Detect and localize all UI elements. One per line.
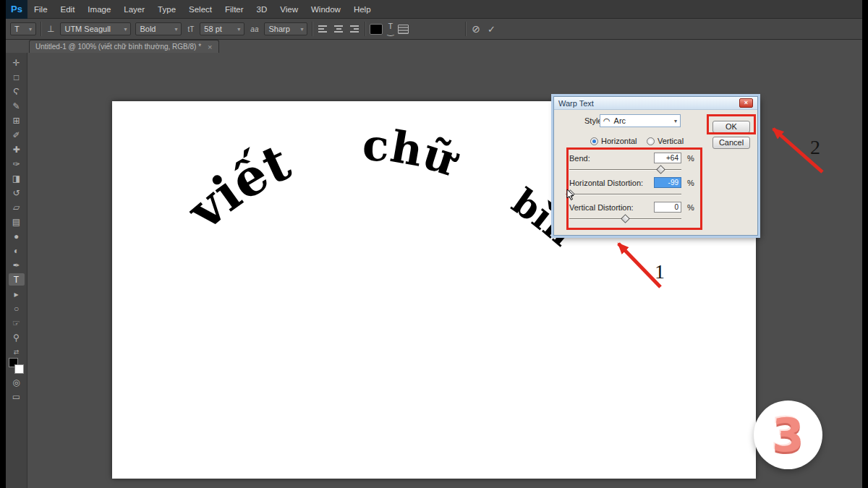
- chevron-down-icon: ▾: [171, 26, 177, 33]
- marquee-tool[interactable]: □: [9, 71, 25, 83]
- tool-preset-picker[interactable]: T ▾: [10, 22, 36, 35]
- align-center-icon[interactable]: [333, 25, 344, 33]
- eraser-tool[interactable]: ▱: [9, 201, 25, 213]
- color-swatches[interactable]: [9, 358, 25, 374]
- history-brush-tool[interactable]: ↺: [9, 187, 25, 199]
- document-tab[interactable]: Untitled-1 @ 100% (viết chữ bình thường,…: [29, 40, 219, 53]
- document-tab-title: Untitled-1 @ 100% (viết chữ bình thường,…: [35, 43, 201, 51]
- path-selection-tool[interactable]: ▸: [9, 288, 25, 300]
- close-icon[interactable]: ×: [739, 98, 753, 108]
- quick-mask-icon[interactable]: ◎: [9, 376, 25, 388]
- blur-tool[interactable]: ●: [9, 230, 25, 242]
- menu-layer[interactable]: Layer: [117, 0, 151, 19]
- tab-bar: Untitled-1 @ 100% (viết chữ bình thường,…: [6, 40, 862, 53]
- antialias-value: Sharp: [268, 25, 289, 33]
- font-size-select[interactable]: 58 pt ▾: [200, 22, 244, 35]
- hand-tool[interactable]: ☞: [9, 317, 25, 329]
- vertical-radio-label[interactable]: Vertical: [658, 137, 684, 145]
- font-size-value: 58 pt: [204, 25, 221, 33]
- horizontal-radio[interactable]: [590, 137, 598, 145]
- close-icon[interactable]: ×: [208, 43, 212, 51]
- horizontal-radio-label[interactable]: Horizontal: [601, 137, 637, 145]
- menu-select[interactable]: Select: [182, 0, 218, 19]
- text-color-swatch[interactable]: [370, 24, 383, 35]
- arc-style-icon: ◠: [603, 116, 610, 126]
- options-bar: T ▾ ⊥ UTM Seagull ▾ Bold ▾ tT 58 pt ▾ aa…: [6, 19, 862, 40]
- clone-stamp-tool[interactable]: ◨: [9, 172, 25, 184]
- align-left-icon[interactable]: [317, 25, 328, 33]
- chevron-down-icon: ▾: [297, 26, 303, 33]
- font-style-select[interactable]: Bold ▾: [135, 22, 182, 35]
- antialias-icon: aa: [249, 25, 260, 33]
- crop-tool[interactable]: ⊞: [9, 114, 25, 127]
- menu-view[interactable]: View: [273, 0, 305, 19]
- style-value: Arc: [614, 116, 626, 125]
- type-tool[interactable]: T: [9, 273, 25, 286]
- align-right-icon[interactable]: [349, 25, 360, 33]
- menu-help[interactable]: Help: [347, 0, 378, 19]
- annotation-label-1: 1: [655, 260, 665, 283]
- step-badge-number: 3: [772, 408, 804, 462]
- menu-3d[interactable]: 3D: [250, 0, 274, 19]
- dialog-title: Warp Text: [558, 99, 594, 108]
- photoshop-logo: Ps: [6, 0, 27, 19]
- menu-window[interactable]: Window: [305, 0, 347, 19]
- tools-panel: ✛ □ Ϛ ✎ ⊞ ✐ ✚ ✑ ◨ ↺ ▱ ▤ ● ◐ ✒ T ▸ ○ ☞ ⚲ …: [6, 53, 27, 488]
- character-panel-icon[interactable]: [398, 25, 409, 34]
- divider: [365, 22, 365, 36]
- menu-filter[interactable]: Filter: [218, 0, 250, 19]
- menu-type[interactable]: Type: [151, 0, 182, 19]
- dialog-title-bar[interactable]: Warp Text ×: [554, 97, 757, 110]
- style-select[interactable]: ◠ Arc ▾: [600, 114, 681, 127]
- cancel-edit-icon[interactable]: ⊘: [470, 23, 482, 35]
- chevron-down-icon: ▾: [234, 26, 240, 33]
- shape-tool[interactable]: ○: [9, 302, 25, 314]
- eyedropper-tool[interactable]: ✐: [9, 129, 25, 141]
- chevron-down-icon: ▾: [671, 118, 677, 124]
- commit-edit-icon[interactable]: ✓: [486, 24, 497, 35]
- annotation-rect-sliders: [566, 147, 702, 230]
- zoom-tool[interactable]: ⚲: [9, 331, 25, 343]
- divider: [465, 22, 466, 36]
- chevron-down-icon: ▾: [121, 26, 127, 33]
- annotation-label-2: 2: [810, 136, 820, 159]
- font-family-value: UTM Seagull: [64, 25, 111, 33]
- mouse-cursor: [566, 189, 576, 202]
- background-color-swatch[interactable]: [14, 364, 24, 374]
- photoshop-window: Ps File Edit Image Layer Type Select Fil…: [6, 0, 862, 488]
- annotation-rect-ok: [707, 114, 756, 134]
- menu-bar: Ps File Edit Image Layer Type Select Fil…: [6, 0, 862, 19]
- vertical-radio[interactable]: [647, 137, 655, 145]
- divider: [312, 22, 312, 36]
- menu-image[interactable]: Image: [81, 0, 117, 19]
- swap-colors-icon[interactable]: ⇄: [14, 348, 20, 356]
- warp-text-icon[interactable]: T ‿: [387, 24, 393, 34]
- text-orientation-icon[interactable]: ⊥: [46, 24, 56, 34]
- cancel-button[interactable]: Cancel: [712, 137, 750, 149]
- lasso-tool[interactable]: Ϛ: [9, 85, 25, 98]
- divider: [41, 22, 41, 36]
- gradient-tool[interactable]: ▤: [9, 215, 25, 228]
- menu-file[interactable]: File: [27, 0, 54, 19]
- healing-brush-tool[interactable]: ✚: [9, 143, 25, 155]
- font-style-value: Bold: [140, 25, 156, 33]
- screen-mode-icon[interactable]: ▭: [9, 390, 25, 403]
- dodge-tool[interactable]: ◐: [9, 244, 25, 257]
- menu-edit[interactable]: Edit: [54, 0, 82, 19]
- brush-tool[interactable]: ✑: [9, 158, 25, 170]
- type-tool-icon: T: [14, 25, 20, 33]
- chevron-down-icon: ▾: [26, 26, 32, 33]
- warped-text: viết chữ bình thường: [112, 101, 593, 271]
- step-badge: 3: [754, 401, 822, 469]
- quick-selection-tool[interactable]: ✎: [9, 100, 25, 112]
- font-family-select[interactable]: UTM Seagull ▾: [60, 22, 131, 35]
- font-size-icon: tT: [186, 25, 195, 33]
- antialias-select[interactable]: Sharp ▾: [264, 22, 307, 35]
- move-tool[interactable]: ✛: [9, 56, 25, 69]
- pen-tool[interactable]: ✒: [9, 259, 25, 271]
